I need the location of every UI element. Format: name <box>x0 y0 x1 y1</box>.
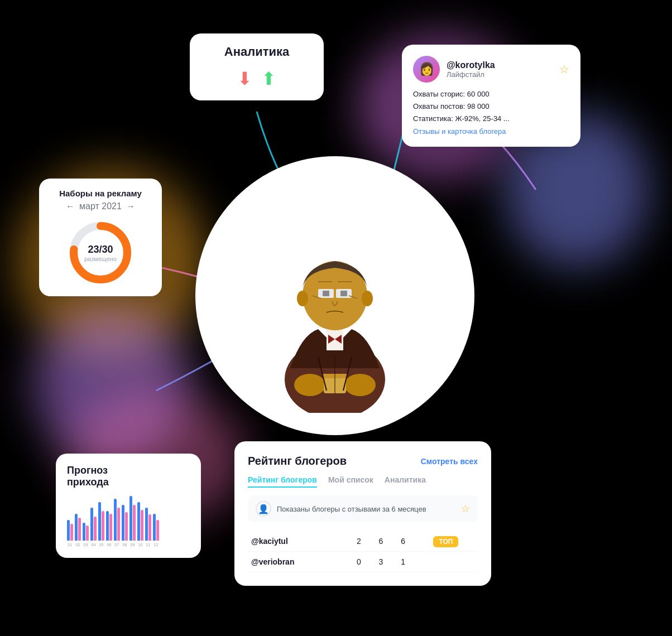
blogger-category: Лайфстайл <box>447 70 495 79</box>
bar-blue <box>98 502 101 541</box>
bar-pink <box>117 508 120 541</box>
blogger-handle-cell[interactable]: @veriobran <box>248 552 348 572</box>
bar-blue <box>137 502 140 541</box>
stat-stories-label: Охваты сторис: <box>413 90 465 98</box>
col3-cell: 1 <box>392 552 414 572</box>
donut-num: 23/30 <box>84 244 117 256</box>
nabor-card: Наборы на рекламу ← март 2021 → 23/30 ра… <box>39 179 162 296</box>
bar-blue <box>83 523 85 541</box>
bar-group <box>137 502 143 541</box>
table-row: @veriobran031 <box>248 552 478 572</box>
bar-group <box>90 508 97 541</box>
bar-pink <box>86 526 89 541</box>
bar-blue <box>114 499 117 541</box>
rating-link[interactable]: Смотреть всех <box>421 457 478 466</box>
svg-point-15 <box>362 291 373 306</box>
blogger-handle-cell[interactable]: @kaciytul <box>248 531 348 552</box>
stat-posts-value: 98 000 <box>467 102 489 110</box>
nabor-prev-button[interactable]: ← <box>66 201 75 211</box>
chart-label: 01 <box>67 543 73 547</box>
donut-sub: размещено <box>84 256 117 262</box>
stat-stories-value: 60 000 <box>467 90 489 98</box>
chart-labels: 010203040506070809101112 <box>67 543 190 547</box>
nabor-month: март 2021 <box>79 201 122 211</box>
svg-rect-10 <box>323 291 329 296</box>
chart-label: 05 <box>98 543 104 547</box>
blogger-avatar: 👩 <box>413 56 440 83</box>
blogger-handle: @korotylka <box>447 60 495 70</box>
bar-group <box>98 502 104 541</box>
table-row: @kaciytul266ТОП <box>248 531 478 552</box>
bar-group <box>67 520 73 541</box>
chart-label: 03 <box>83 543 89 547</box>
bar-pink <box>125 512 128 541</box>
bar-pink <box>94 517 97 541</box>
bar-pink <box>133 505 136 541</box>
bar-pink <box>156 520 159 541</box>
col3-cell: 6 <box>392 531 414 552</box>
blogger-info: @korotylka Лайфстайл <box>447 60 495 79</box>
bar-blue <box>106 511 109 541</box>
badge-cell: ТОП <box>414 531 478 552</box>
bar-blue <box>129 496 132 541</box>
arrow-down-icon: ⬇ <box>237 68 252 89</box>
bar-chart <box>67 496 190 541</box>
chart-label: 12 <box>153 543 159 547</box>
rating-star-icon[interactable]: ☆ <box>461 503 470 515</box>
stat-posts: Охваты постов: 98 000 <box>413 100 569 113</box>
tab-rating-bloggers[interactable]: Рейтинг блогеров <box>248 475 317 488</box>
rating-card: Рейтинг блогеров Смотреть всех Рейтинг б… <box>234 441 491 586</box>
bar-blue <box>90 508 93 541</box>
bar-group <box>75 514 81 541</box>
bar-group <box>114 499 120 541</box>
chart-label: 09 <box>129 543 136 547</box>
badge-cell <box>414 552 478 572</box>
analytics-title: Аналитика <box>201 45 313 59</box>
bar-group <box>145 508 151 541</box>
bar-pink <box>102 511 104 541</box>
bar-pink <box>109 514 112 541</box>
chart-label: 07 <box>114 543 120 547</box>
chart-label: 06 <box>106 543 112 547</box>
bar-blue <box>145 508 148 541</box>
svg-point-17 <box>344 374 376 396</box>
chart-label: 11 <box>145 543 151 547</box>
chart-label: 02 <box>75 543 81 547</box>
blogger-header: 👩 @korotylka Лайфстайл ☆ <box>413 56 569 83</box>
blogger-stats: Охваты сторис: 60 000 Охваты постов: 98 … <box>413 88 569 125</box>
blogger-reviews-link[interactable]: Отзывы и карточка блогера <box>413 127 569 136</box>
blogger-card: 👩 @korotylka Лайфстайл ☆ Охваты сторис: … <box>402 45 580 147</box>
bar-blue <box>122 505 124 541</box>
svg-point-16 <box>294 374 325 396</box>
bar-group <box>129 496 136 541</box>
bar-group <box>153 514 159 541</box>
rating-tabs: Рейтинг блогеров Мой список Аналитика <box>248 475 478 488</box>
bar-pink <box>148 514 151 541</box>
bar-blue <box>75 514 78 541</box>
bar-group <box>83 523 89 541</box>
nabor-title: Наборы на рекламу <box>49 189 152 198</box>
tab-analytics[interactable]: Аналитика <box>385 475 426 488</box>
arrow-up-icon: ⬆ <box>261 68 276 89</box>
rating-header: Рейтинг блогеров Смотреть всех <box>248 455 478 468</box>
stat-posts-label: Охваты постов: <box>413 102 465 110</box>
center-circle <box>195 156 474 435</box>
stat-stats: Статистика: Ж-92%, 25-34 ... <box>413 113 569 125</box>
rating-info-text: Показаны блогеры с отзывами за 6 месяцев <box>277 505 455 513</box>
analytics-card: Аналитика ⬇ ⬆ <box>190 33 324 100</box>
svg-point-14 <box>297 291 308 306</box>
chart-label: 08 <box>122 543 128 547</box>
chart-label: 10 <box>137 543 143 547</box>
donut-text: 23/30 размещено <box>84 244 117 262</box>
blogger-star-icon[interactable]: ☆ <box>559 62 569 76</box>
chart-label: 04 <box>90 543 97 547</box>
col2-cell: 3 <box>370 552 392 572</box>
prognoz-card: Прогноз прихода 010203040506070809101112 <box>56 454 201 558</box>
col1-cell: 0 <box>348 552 370 572</box>
tab-my-list[interactable]: Мой список <box>328 475 373 488</box>
nabor-next-button[interactable]: → <box>126 201 135 211</box>
scene: Аналитика ⬇ ⬆ 👩 @korotylka Лайфстайл ☆ О… <box>0 0 672 636</box>
col1-cell: 2 <box>348 531 370 552</box>
analytics-arrows: ⬇ ⬆ <box>201 68 313 89</box>
bar-group <box>106 511 112 541</box>
